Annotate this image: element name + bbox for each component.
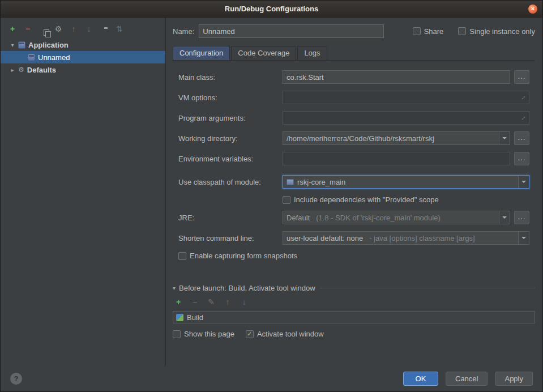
tab-configuration[interactable]: Configuration: [173, 46, 230, 60]
jre-value: Default: [287, 214, 310, 222]
remove-configuration-icon[interactable]: −: [23, 24, 32, 33]
shorten-command-line-label: Shorten command line:: [178, 234, 283, 242]
use-classpath-combo[interactable]: rskj-core_main: [283, 175, 529, 189]
environment-variables-browse-button[interactable]: ...: [514, 152, 529, 165]
configuration-editor: Name: ✓ Share ✓ Single instance only Con…: [166, 18, 542, 365]
close-icon: ×: [531, 5, 535, 12]
add-configuration-icon[interactable]: +: [8, 24, 17, 33]
collapse-icon[interactable]: ▾: [173, 285, 176, 291]
dropdown-arrow-icon[interactable]: [518, 232, 529, 244]
name-input[interactable]: [199, 24, 384, 38]
chevron-down-icon[interactable]: ▾: [10, 42, 15, 48]
vm-options-label: VM options:: [178, 93, 283, 102]
working-directory-row: Working directory: /home/meriherrera/Cod…: [178, 131, 529, 145]
help-icon: ?: [14, 374, 19, 383]
move-down-icon[interactable]: ↓: [84, 24, 93, 33]
close-button[interactable]: ×: [528, 5, 537, 14]
tree-item-application[interactable]: ▾ Application: [1, 39, 165, 51]
main-class-browse-button[interactable]: ...: [514, 70, 529, 84]
use-classpath-label: Use classpath of module:: [178, 178, 283, 186]
jre-row: JRE: Default (1.8 - SDK of 'rskj-core_ma…: [178, 211, 529, 224]
jre-browse-button[interactable]: ...: [514, 211, 529, 224]
enable-capturing-checkbox[interactable]: ✓ Enable capturing form snapshots: [178, 252, 297, 260]
apply-button[interactable]: Apply: [495, 372, 533, 386]
tree-item-unnamed[interactable]: Unnamed: [1, 51, 165, 63]
expand-field-icon[interactable]: ↕: [520, 93, 528, 101]
environment-variables-label: Environment variables:: [178, 155, 283, 163]
tree-item-defaults[interactable]: ▸ ⚙ Defaults: [1, 63, 165, 76]
checkbox-box: ✓: [283, 196, 290, 204]
include-dependencies-checkbox[interactable]: ✓ Include dependencies with "Provided" s…: [283, 195, 439, 204]
configurations-tree: ▾ Application Unnamed ▸ ⚙ Defaults: [1, 39, 165, 365]
use-classpath-row: Use classpath of module: rskj-core_main: [178, 175, 529, 189]
main-class-row: Main class: co.rsk.Start ...: [178, 70, 529, 84]
sort-configurations-icon[interactable]: ⇅: [115, 24, 124, 33]
defaults-icon: ⚙: [18, 66, 24, 74]
name-label: Name:: [173, 27, 194, 36]
name-row: Name: ✓ Share ✓ Single instance only: [173, 24, 535, 38]
move-up-icon[interactable]: ↑: [69, 24, 78, 33]
remove-task-icon[interactable]: −: [190, 297, 199, 306]
check-icon: ✓: [247, 330, 252, 338]
working-directory-combo[interactable]: /home/meriherrera/Code/Github/rsksmart/r…: [283, 131, 510, 145]
add-task-icon[interactable]: +: [174, 297, 183, 306]
working-directory-browse-button[interactable]: ...: [514, 131, 529, 145]
application-icon: [18, 41, 25, 49]
checkbox-box: ✓: [178, 252, 186, 260]
move-down-icon[interactable]: ↓: [240, 297, 249, 306]
vm-options-row: VM options: ↕: [178, 91, 529, 104]
tree-item-label: Application: [28, 41, 69, 49]
expand-field-icon[interactable]: ↕: [520, 114, 528, 122]
share-label: Share: [424, 27, 444, 36]
program-arguments-row: Program arguments: ↕: [178, 111, 529, 125]
cancel-button[interactable]: Cancel: [446, 372, 488, 386]
tab-bar: Configuration Code Coverage Logs: [173, 46, 535, 61]
single-instance-label: Single instance only: [469, 27, 535, 36]
tree-item-label: Defaults: [27, 66, 56, 74]
before-launch-header[interactable]: ▾ Before launch: Build, Activate tool wi…: [173, 284, 535, 292]
chevron-right-icon[interactable]: ▸: [10, 67, 15, 73]
header-checkboxes: ✓ Share ✓ Single instance only: [413, 27, 535, 36]
vm-options-field[interactable]: ↕: [283, 91, 529, 104]
main-class-field[interactable]: co.rsk.Start: [283, 70, 510, 84]
shorten-command-line-combo[interactable]: user-local default: none - java [options…: [283, 231, 529, 245]
environment-variables-field[interactable]: [283, 152, 510, 165]
run-debug-configurations-dialog: Run/Debug Configurations × + − ⚙ ↑ ↓ ⇅ ▾: [0, 0, 543, 392]
before-launch-task-build[interactable]: Build: [173, 311, 535, 323]
task-label: Build: [187, 313, 203, 322]
shorten-command-line-row: Shorten command line: user-local default…: [178, 231, 529, 245]
edit-defaults-icon[interactable]: ⚙: [54, 24, 63, 33]
shorten-command-line-hint: - java [options] classname [args]: [369, 234, 474, 242]
activate-tool-window-checkbox[interactable]: ✓ Activate tool window: [246, 330, 324, 338]
dropdown-arrow-icon[interactable]: [499, 211, 510, 224]
move-up-icon[interactable]: ↑: [223, 297, 232, 306]
checkbox-box: ✓: [246, 330, 254, 338]
dropdown-arrow-icon[interactable]: [518, 176, 529, 188]
jre-combo[interactable]: Default (1.8 - SDK of 'rskj-core_main' m…: [283, 211, 510, 224]
help-button[interactable]: ?: [10, 373, 22, 385]
show-this-page-checkbox[interactable]: ✓ Show this page: [173, 330, 234, 338]
enable-capturing-label: Enable capturing form snapshots: [190, 252, 297, 260]
checkbox-box: ✓: [458, 27, 466, 35]
tree-item-label: Unnamed: [38, 53, 70, 62]
share-checkbox[interactable]: ✓ Share: [413, 27, 444, 36]
jre-hint: (1.8 - SDK of 'rskj-core_main' module): [316, 214, 441, 222]
window-title: Run/Debug Configurations: [225, 5, 318, 13]
include-dependencies-row: ✓ Include dependencies with "Provided" s…: [178, 195, 529, 204]
checkbox-box: ✓: [413, 27, 421, 35]
working-directory-label: Working directory:: [178, 134, 283, 143]
ok-button[interactable]: OK: [403, 372, 438, 386]
program-arguments-label: Program arguments:: [178, 114, 283, 122]
tab-code-coverage[interactable]: Code Coverage: [231, 46, 296, 60]
dropdown-arrow-icon[interactable]: [499, 132, 510, 144]
edit-task-icon[interactable]: ✎: [207, 297, 216, 306]
working-directory-value: /home/meriherrera/Code/Github/rsksmart/r…: [287, 134, 434, 143]
jre-label: JRE:: [178, 214, 283, 222]
program-arguments-field[interactable]: ↕: [283, 111, 529, 125]
divider: [320, 288, 535, 288]
module-icon: [287, 179, 294, 185]
before-launch-title: Before launch: Build, Activate tool wind…: [179, 284, 315, 292]
tab-logs[interactable]: Logs: [297, 46, 327, 60]
checkbox-box: ✓: [173, 330, 181, 338]
single-instance-checkbox[interactable]: ✓ Single instance only: [458, 27, 535, 36]
